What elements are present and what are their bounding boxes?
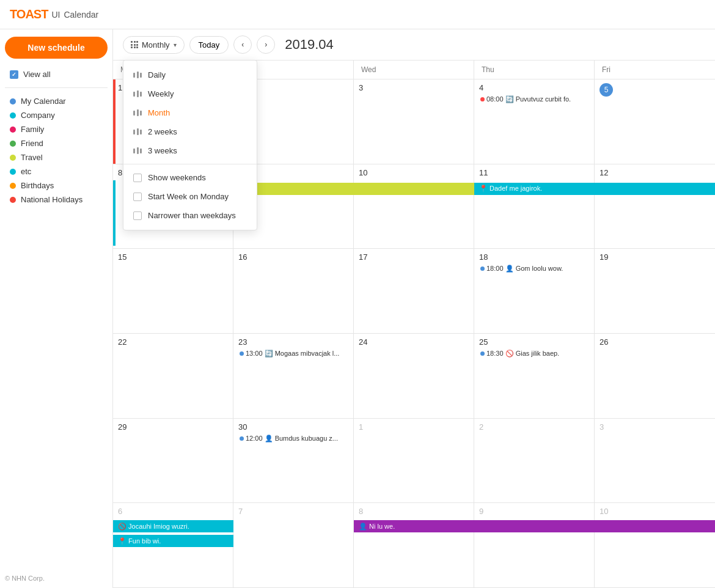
menu-item-month[interactable]: Month — [123, 103, 257, 122]
cell-date: 19 — [600, 252, 608, 262]
calendar-dot — [10, 98, 16, 105]
calendar-row-2: 1516171818:00 👤 Gom loolu wow.19 — [113, 249, 715, 334]
menu-checkbox-narrower-than-weekdays[interactable]: Narrower than weekdays — [123, 206, 257, 225]
sidebar-item-birthdays[interactable]: Birthdays — [5, 178, 108, 193]
cell-date: 11 — [479, 168, 488, 177]
calendar-dot — [10, 141, 16, 147]
cell-date: 1 — [118, 83, 122, 92]
cell-date: 18 — [479, 252, 488, 262]
calendar-event[interactable]: 12:00 👤 Bumdus kubuagu z... — [238, 434, 348, 443]
event-text: 12:00 👤 Bumdus kubuagu z... — [246, 435, 338, 443]
menu-item-label: Daily — [148, 70, 166, 79]
cell-1-3[interactable]: 11 — [474, 164, 595, 249]
menu-item-3weeks[interactable]: 3 weeks — [123, 141, 257, 160]
left-accent — [113, 79, 116, 164]
cell-date: 7 — [238, 507, 243, 516]
menu-checkbox-show-weekends[interactable]: Show weekends — [123, 168, 257, 187]
cell-3-0[interactable]: 22 — [113, 334, 233, 418]
cell-0-2[interactable]: 3 — [354, 79, 474, 164]
checkbox-label: Narrower than weekdays — [148, 211, 236, 220]
menu-checkbox-start-week-monday[interactable]: Start Week on Monday — [123, 187, 257, 206]
today-button[interactable]: Today — [189, 36, 229, 54]
calendar-event[interactable]: 13:00 🔄 Mogaas mibvacjak l... — [238, 349, 348, 358]
calendar-event[interactable]: 08:00 🔄 Puvutvuz curbit fo. — [479, 95, 589, 104]
next-nav-button[interactable]: › — [257, 35, 275, 54]
cell-0-4[interactable]: 5 — [595, 79, 715, 164]
calendar-event[interactable]: 18:30 🚫 Gias jilik baep. — [479, 349, 589, 358]
cell-4-0[interactable]: 29 — [113, 419, 233, 503]
grid-icon — [131, 41, 138, 48]
checkbox-box[interactable] — [133, 211, 142, 220]
sidebar-item-family[interactable]: Family — [5, 122, 108, 136]
cell-date: 1 — [359, 422, 363, 432]
menu-item-daily[interactable]: Daily — [123, 65, 257, 84]
view-all-checkbox[interactable] — [10, 70, 18, 79]
calendar-dot — [10, 169, 16, 175]
sidebar-item-national-holidays[interactable]: National Holidays — [5, 193, 108, 207]
cell-5-2[interactable]: 8 — [354, 503, 474, 587]
span-event[interactable]: 📍 Dadef me jagirok. — [474, 183, 715, 195]
sidebar-item-my-calendar[interactable]: My Calendar — [5, 94, 108, 108]
view-dropdown[interactable]: Monthly ▾ — [123, 36, 185, 54]
cell-2-0[interactable]: 15 — [113, 249, 233, 333]
cell-date: 10 — [600, 507, 608, 516]
sidebar-item-travel[interactable]: Travel — [5, 150, 108, 164]
checkbox-box[interactable] — [133, 174, 142, 182]
cell-4-1[interactable]: 3012:00 👤 Bumdus kubuagu z... — [233, 419, 354, 503]
cell-1-2[interactable]: 10 — [354, 164, 474, 249]
menu-item-weekly[interactable]: Weekly — [123, 84, 257, 103]
logo-toast: TOAST — [10, 7, 48, 21]
sidebar-divider — [5, 87, 108, 88]
calendar-event[interactable]: 18:00 👤 Gom loolu wow. — [479, 264, 589, 273]
cell-3-2[interactable]: 24 — [354, 334, 474, 418]
cell-2-2[interactable]: 17 — [354, 249, 474, 333]
calendar-dot — [10, 197, 16, 203]
calendar-label: Travel — [21, 153, 43, 162]
span-event[interactable]: 📍 Fun bib wi. — [113, 535, 233, 547]
cell-2-3[interactable]: 1818:00 👤 Gom loolu wow. — [474, 249, 595, 333]
cell-date: 12 — [600, 168, 608, 177]
cell-4-4[interactable]: 3 — [595, 419, 715, 503]
header-cell-thu: Thu — [474, 61, 595, 79]
calendar-list: My Calendar Company Family Friend Travel… — [5, 94, 108, 207]
cell-4-2[interactable]: 1 — [354, 419, 474, 503]
cell-5-4[interactable]: 10 — [595, 503, 715, 587]
new-schedule-button[interactable]: New schedule — [5, 37, 108, 59]
cell-date: 29 — [118, 422, 127, 432]
checkbox-box[interactable] — [133, 193, 142, 201]
event-dot — [240, 351, 244, 356]
cell-1-4[interactable]: 12 — [595, 164, 715, 249]
menu-item-2weeks[interactable]: 2 weeks — [123, 122, 257, 141]
cell-5-3[interactable]: 9 — [474, 503, 595, 587]
cell-3-1[interactable]: 2313:00 🔄 Mogaas mibvacjak l... — [233, 334, 354, 418]
header-cell-fri: Fri — [595, 61, 715, 79]
menu-icon — [133, 72, 142, 78]
span-event[interactable]: 👤 Ni lu we. — [354, 520, 715, 532]
sidebar: New schedule View all My Calendar Compan… — [0, 29, 113, 588]
calendar-label: etc — [21, 167, 31, 176]
calendar-row-5: 678910🚫 Jocauhi Imiog wuzri.📍 Fun bib wi… — [113, 503, 715, 588]
sidebar-item-etc[interactable]: etc — [5, 164, 108, 178]
cell-0-3[interactable]: 408:00 🔄 Puvutvuz curbit fo. — [474, 79, 595, 164]
cell-3-3[interactable]: 2518:30 🚫 Gias jilik baep. — [474, 334, 595, 418]
cell-2-1[interactable]: 16 — [233, 249, 354, 333]
cell-3-4[interactable]: 26 — [595, 334, 715, 418]
logo-ui: UI — [51, 10, 60, 20]
menu-item-label: Weekly — [148, 89, 174, 98]
event-dot — [480, 266, 485, 271]
cell-date: 25 — [479, 337, 488, 347]
prev-nav-button[interactable]: ‹ — [233, 35, 252, 54]
checkbox-label: Show weekends — [148, 173, 206, 182]
sidebar-item-company[interactable]: Company — [5, 108, 108, 122]
calendar-label: Friend — [21, 139, 43, 148]
calendar-dot — [10, 155, 16, 161]
sidebar-item-friend[interactable]: Friend — [5, 136, 108, 150]
cell-5-1[interactable]: 7 — [233, 503, 354, 587]
calendar-dot — [10, 127, 16, 133]
span-event[interactable]: 🚫 Jocauhi Imiog wuzri. — [113, 520, 233, 532]
app-body: New schedule View all My Calendar Compan… — [0, 29, 715, 588]
view-all-item[interactable]: View all — [5, 67, 108, 81]
app-logo: TOAST UI Calendar — [10, 7, 98, 21]
cell-4-3[interactable]: 2 — [474, 419, 595, 503]
cell-2-4[interactable]: 19 — [595, 249, 715, 333]
